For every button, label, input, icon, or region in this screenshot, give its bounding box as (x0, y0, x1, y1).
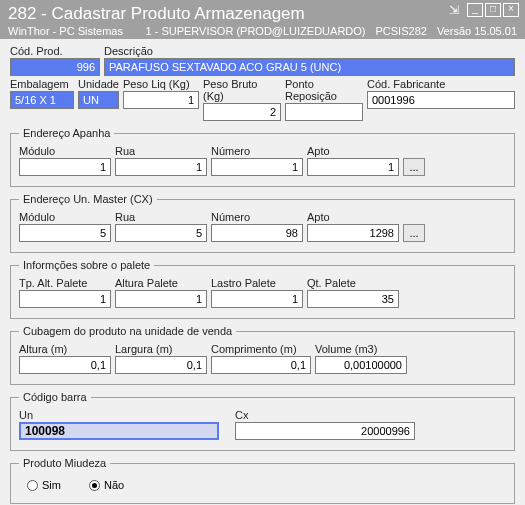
cubagem-largura-label: Largura (m) (115, 343, 207, 355)
screen-code: PCSIS282 (376, 25, 427, 37)
palete-qt-input[interactable] (307, 290, 399, 308)
palete-altura-label: Altura Palete (115, 277, 207, 289)
miudeza-group: Produto Miudeza Sim Não (10, 457, 515, 504)
ponto-rep-label: Ponto Reposição (285, 78, 363, 102)
barcode-group: Código barra Un Cx (10, 391, 515, 451)
peso-bruto-label: Peso Bruto (Kg) (203, 78, 281, 102)
master-group: Endereço Un. Master (CX) Módulo Rua Núme… (10, 193, 515, 253)
descricao-value: PARAFUSO SEXTAVADO ACO GRAU 5 (UNC) (104, 58, 515, 76)
radio-sim[interactable]: Sim (27, 479, 61, 491)
barcode-cx-label: Cx (235, 409, 415, 421)
peso-liq-label: Peso Liq (Kg) (123, 78, 199, 90)
radio-icon (27, 480, 38, 491)
apanha-apto-input[interactable] (307, 158, 399, 176)
apanha-modulo-input[interactable] (19, 158, 111, 176)
master-apto-label: Apto (307, 211, 399, 223)
peso-liq-input[interactable] (123, 91, 199, 109)
radio-sim-label: Sim (42, 479, 61, 491)
palete-legend: Informções sobre o palete (19, 259, 154, 271)
cubagem-comp-label: Comprimento (m) (211, 343, 311, 355)
user-info: 1 - SUPERVISOR (PROD@LUIZEDUARDO) (146, 25, 366, 37)
palete-group: Informções sobre o palete Tp. Alt. Palet… (10, 259, 515, 319)
master-modulo-label: Módulo (19, 211, 111, 223)
unidade-value: UN (78, 91, 119, 109)
window-controls: ⇲ _ □ × (447, 3, 519, 17)
barcode-cx-input[interactable] (235, 422, 415, 440)
apanha-legend: Endereço Apanha (19, 127, 114, 139)
minimize-button[interactable]: _ (467, 3, 483, 17)
apanha-modulo-label: Módulo (19, 145, 111, 157)
master-legend: Endereço Un. Master (CX) (19, 193, 157, 205)
barcode-legend: Código barra (19, 391, 91, 403)
master-modulo-input[interactable] (19, 224, 111, 242)
cod-fab-input[interactable] (367, 91, 515, 109)
cubagem-legend: Cubagem do produto na unidade de venda (19, 325, 236, 337)
descricao-label: Descrição (104, 45, 515, 57)
palete-altura-input[interactable] (115, 290, 207, 308)
cubagem-altura-input[interactable] (19, 356, 111, 374)
palete-qt-label: Qt. Palete (307, 277, 399, 289)
cod-prod-value: 996 (10, 58, 100, 76)
radio-icon (89, 480, 100, 491)
peso-bruto-input[interactable] (203, 103, 281, 121)
cubagem-group: Cubagem do produto na unidade de venda A… (10, 325, 515, 385)
cod-prod-label: Cód. Prod. (10, 45, 100, 57)
master-rua-input[interactable] (115, 224, 207, 242)
cod-fab-label: Cód. Fabricante (367, 78, 515, 90)
apanha-apto-label: Apto (307, 145, 399, 157)
master-numero-label: Número (211, 211, 303, 223)
apanha-rua-label: Rua (115, 145, 207, 157)
radio-nao[interactable]: Não (89, 479, 124, 491)
restore-icon[interactable]: ⇲ (447, 3, 461, 17)
apanha-rua-input[interactable] (115, 158, 207, 176)
radio-nao-label: Não (104, 479, 124, 491)
app-name: WinThor - PC Sistemas (8, 25, 123, 37)
cubagem-altura-label: Altura (m) (19, 343, 111, 355)
cubagem-comp-input[interactable] (211, 356, 311, 374)
barcode-un-label: Un (19, 409, 219, 421)
unidade-label: Unidade (78, 78, 119, 90)
embalagem-label: Embalagem (10, 78, 74, 90)
ponto-rep-input[interactable] (285, 103, 363, 121)
cubagem-vol-input[interactable] (315, 356, 407, 374)
apanha-numero-label: Número (211, 145, 303, 157)
barcode-un-input[interactable] (19, 422, 219, 440)
cubagem-largura-input[interactable] (115, 356, 207, 374)
palete-tpalt-input[interactable] (19, 290, 111, 308)
palete-lastro-input[interactable] (211, 290, 303, 308)
cubagem-vol-label: Volume (m3) (315, 343, 407, 355)
version: Versão 15.05.01 (437, 25, 517, 37)
master-apto-input[interactable] (307, 224, 399, 242)
master-lookup-button[interactable]: ... (403, 224, 425, 242)
master-rua-label: Rua (115, 211, 207, 223)
master-numero-input[interactable] (211, 224, 303, 242)
palete-lastro-label: Lastro Palete (211, 277, 303, 289)
palete-tpalt-label: Tp. Alt. Palete (19, 277, 111, 289)
apanha-lookup-button[interactable]: ... (403, 158, 425, 176)
apanha-numero-input[interactable] (211, 158, 303, 176)
apanha-group: Endereço Apanha Módulo Rua Número Apto .… (10, 127, 515, 187)
close-button[interactable]: × (503, 3, 519, 17)
title-bar: ⇲ _ □ × 282 - Cadastrar Produto Armazena… (0, 0, 525, 39)
embalagem-value: 5/16 X 1 (10, 91, 74, 109)
miudeza-legend: Produto Miudeza (19, 457, 110, 469)
window-title: 282 - Cadastrar Produto Armazenagem (8, 4, 517, 24)
maximize-button[interactable]: □ (485, 3, 501, 17)
